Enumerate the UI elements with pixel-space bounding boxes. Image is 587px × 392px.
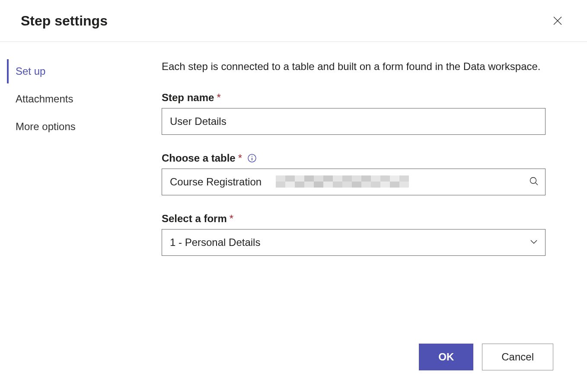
required-indicator: * [230, 213, 233, 225]
sidebar-item-label: Set up [16, 65, 45, 77]
select-form-value[interactable]: 1 - Personal Details [162, 229, 546, 256]
label-text: Choose a table [162, 152, 236, 164]
main-panel: Each step is connected to a table and bu… [151, 59, 566, 273]
sidebar-item-more-options[interactable]: More options [7, 115, 151, 139]
sidebar-item-label: Attachments [16, 93, 73, 105]
dialog-header: Step settings [0, 0, 587, 42]
dialog-title: Step settings [21, 13, 108, 29]
close-icon [552, 16, 563, 26]
field-label: Choose a table * [162, 152, 546, 164]
dialog-footer: OK Cancel [419, 344, 553, 370]
dialog-body: Set up Attachments More options Each ste… [0, 42, 587, 273]
select-form-dropdown[interactable]: 1 - Personal Details [162, 229, 546, 256]
sidebar: Set up Attachments More options [0, 59, 151, 273]
info-icon[interactable] [247, 153, 257, 163]
field-choose-table: Choose a table * [162, 152, 546, 195]
field-step-name: Step name * [162, 92, 546, 135]
panel-description: Each step is connected to a table and bu… [162, 59, 546, 74]
cancel-button[interactable]: Cancel [482, 344, 553, 370]
close-button[interactable] [549, 12, 566, 29]
required-indicator: * [238, 152, 242, 164]
select-form-text: 1 - Personal Details [170, 236, 260, 249]
label-text: Select a form [162, 213, 227, 225]
ok-button[interactable]: OK [419, 344, 473, 370]
sidebar-item-setup[interactable]: Set up [7, 59, 151, 83]
required-indicator: * [217, 92, 220, 104]
step-name-input[interactable] [162, 108, 546, 135]
sidebar-item-label: More options [16, 121, 76, 132]
field-select-form: Select a form * 1 - Personal Details [162, 213, 546, 256]
field-label: Step name * [162, 92, 546, 104]
field-label: Select a form * [162, 213, 546, 225]
sidebar-item-attachments[interactable]: Attachments [7, 87, 151, 111]
choose-table-input[interactable] [162, 169, 546, 195]
choose-table-lookup[interactable] [162, 169, 546, 195]
label-text: Step name [162, 92, 214, 104]
svg-point-4 [252, 156, 252, 156]
